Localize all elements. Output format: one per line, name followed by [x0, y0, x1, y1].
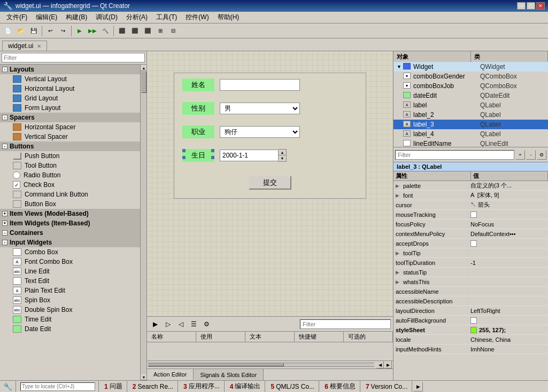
- toolbar-debug-run[interactable]: ▶▶: [87, 25, 98, 37]
- widget-text-edit[interactable]: Text Edit: [0, 276, 140, 286]
- action-filter-input[interactable]: [300, 319, 391, 329]
- form-select-job[interactable]: 狗仔: [220, 126, 300, 138]
- menu-debug[interactable]: 调试(D): [91, 12, 122, 23]
- tree-item-label2[interactable]: A label_2 QLabel: [393, 110, 548, 120]
- toolbar-new[interactable]: 📄: [2, 25, 14, 37]
- prop-layout-direction[interactable]: layoutDirection LeftToRight: [393, 306, 548, 316]
- widget-horizontal-layout[interactable]: Horizontal Layout: [0, 84, 140, 93]
- widget-vertical-layout[interactable]: Vertical Layout: [0, 74, 140, 84]
- prop-cursor[interactable]: cursor ↖ 箭头: [393, 200, 548, 210]
- widget-font-combo-box[interactable]: A Font Combo Box: [0, 257, 140, 266]
- hscroll-left-btn[interactable]: ◀: [376, 361, 384, 369]
- toolbar-align-left[interactable]: ⬛: [116, 25, 128, 37]
- category-containers[interactable]: - Containers: [0, 228, 140, 238]
- category-item-views[interactable]: + Item Views (Model-Based): [0, 209, 140, 218]
- menu-help[interactable]: 帮助(H): [213, 12, 244, 23]
- category-spacers[interactable]: - Spacers: [0, 113, 140, 122]
- toolbar-run[interactable]: ▶: [74, 25, 86, 37]
- prop-locale[interactable]: locale Chinese, China: [393, 335, 548, 344]
- status-tab-issues[interactable]: 1 问题: [100, 381, 127, 392]
- maximize-button[interactable]: □: [527, 2, 535, 10]
- expand-spacers[interactable]: -: [2, 115, 7, 120]
- action-new-btn[interactable]: ▶: [149, 318, 161, 330]
- expand-buttons[interactable]: -: [2, 144, 7, 149]
- toolbar-undo[interactable]: ↩: [44, 25, 56, 37]
- menu-edit[interactable]: 编辑(E): [32, 12, 61, 23]
- toolbar-grid[interactable]: ⊞: [155, 25, 166, 37]
- menu-widgets[interactable]: 控件(W): [181, 12, 213, 23]
- widget-list-scrollbar[interactable]: ▲ ▼: [140, 65, 146, 380]
- widget-date-edit[interactable]: Date Edit: [0, 324, 140, 334]
- tab-close-icon[interactable]: ✕: [37, 43, 41, 49]
- category-layouts[interactable]: - Layouts: [0, 65, 140, 74]
- widget-push-button[interactable]: Push Button: [0, 151, 140, 161]
- acceptdrops-checkbox[interactable]: [470, 240, 477, 247]
- date-input[interactable]: [220, 150, 279, 161]
- tree-item-widget[interactable]: ▼ Widget QWidget: [393, 62, 548, 72]
- prop-autofill[interactable]: autoFillBackground: [393, 316, 548, 325]
- status-search-input[interactable]: [20, 382, 95, 391]
- widget-tool-button[interactable]: Tool Button: [0, 161, 140, 170]
- tab-action-editor[interactable]: Action Editor: [147, 369, 194, 380]
- widget-command-link[interactable]: Command Link Button: [0, 190, 140, 199]
- props-filter-input[interactable]: [395, 150, 514, 160]
- toolbar-align-right[interactable]: ⬛: [142, 25, 153, 37]
- widget-plain-text-edit[interactable]: A Plain Text Edit: [0, 286, 140, 295]
- tree-item-lineedit[interactable]: lineEditName QLineEdit: [393, 139, 548, 147]
- tree-item-dateedit[interactable]: dateEdit QDateEdit: [393, 91, 548, 100]
- close-button[interactable]: ✕: [536, 2, 545, 10]
- expand-layouts[interactable]: -: [2, 67, 7, 72]
- status-scroll-right[interactable]: ▶: [413, 382, 423, 391]
- form-input-name[interactable]: [220, 79, 300, 91]
- tree-item-combobox-gender[interactable]: ▼ comboBoxGender QComboBox: [393, 72, 548, 81]
- widget-filter-input[interactable]: [2, 53, 145, 62]
- prop-tooltip-duration[interactable]: toolTipDuration -1: [393, 258, 548, 268]
- props-settings-btn[interactable]: ⚙: [537, 150, 546, 160]
- category-buttons[interactable]: - Buttons: [0, 142, 140, 151]
- action-edit-btn[interactable]: ◁: [175, 318, 187, 330]
- widget-vertical-spacer[interactable]: Vertical Spacer: [0, 132, 140, 142]
- menu-file[interactable]: 文件(F): [2, 12, 32, 23]
- widget-form-layout[interactable]: Form Layout: [0, 103, 140, 113]
- scroll-up-btn[interactable]: ▲: [141, 65, 146, 71]
- hscroll-right-btn[interactable]: ▶: [384, 361, 392, 369]
- tab-widget-ui[interactable]: widget.ui ✕: [2, 41, 47, 51]
- props-remove-btn[interactable]: -: [526, 150, 536, 160]
- props-add-btn[interactable]: +: [515, 150, 525, 160]
- toolbar-open[interactable]: 📂: [15, 25, 27, 37]
- prop-status-tip[interactable]: ▶statusTip: [393, 268, 548, 277]
- widget-check-box[interactable]: ✓ Check Box: [0, 180, 140, 190]
- widget-button-box[interactable]: Button Box: [0, 199, 140, 209]
- widget-horizontal-spacer[interactable]: Horizontal Spacer: [0, 122, 140, 132]
- prop-inputmethod[interactable]: inputMethodHints ImhNone: [393, 344, 548, 354]
- status-tab-app[interactable]: 3 应用程序...: [179, 381, 225, 392]
- action-list-btn[interactable]: ☰: [188, 318, 199, 330]
- form-select-gender[interactable]: 男 女: [220, 103, 300, 114]
- widget-line-edit[interactable]: abc Line Edit: [0, 266, 140, 276]
- expand-containers[interactable]: -: [2, 230, 7, 236]
- toolbar-align-center[interactable]: ⬛: [129, 25, 141, 37]
- status-tab-search[interactable]: 2 Search Re...: [128, 381, 178, 392]
- scroll-down-btn[interactable]: ▼: [141, 374, 146, 380]
- date-up-btn[interactable]: ▲: [279, 150, 286, 155]
- prop-context-menu[interactable]: contextMenuPolicy DefaultContext•••: [393, 229, 548, 239]
- submit-button[interactable]: 提交: [249, 176, 291, 190]
- tab-signals-slots[interactable]: Signals & Slots Editor: [194, 369, 264, 380]
- widget-combo-box[interactable]: Combo Box: [0, 247, 140, 257]
- prop-accept-drops[interactable]: acceptDrops: [393, 239, 548, 248]
- prop-tooltip[interactable]: ▶toolTip: [393, 248, 548, 258]
- widget-spin-box[interactable]: abc Spin Box: [0, 295, 140, 305]
- action-settings-btn[interactable]: ⚙: [200, 318, 212, 330]
- prop-whats-this[interactable]: ▶whatsThis: [393, 277, 548, 287]
- widget-double-spin-box[interactable]: abc Double Spin Box: [0, 305, 140, 315]
- menu-build[interactable]: 构建(B): [61, 12, 91, 23]
- tree-item-combobox-job[interactable]: ▼ comboBoxJob QComboBox: [393, 81, 548, 91]
- status-tab-version[interactable]: 7 Version Co...: [361, 381, 412, 392]
- scroll-thumb[interactable]: [141, 72, 146, 93]
- menu-tools[interactable]: 工具(T): [152, 12, 181, 23]
- prop-mouse-tracking[interactable]: mouseTracking: [393, 210, 548, 219]
- tree-item-label[interactable]: A label QLabel: [393, 100, 548, 110]
- prop-font[interactable]: ▶font A [宋体, 9]: [393, 191, 548, 200]
- status-tab-qml[interactable]: 5 QML/JS Co...: [266, 381, 319, 392]
- prop-stylesheet[interactable]: styleSheet 255, 127);: [393, 325, 548, 335]
